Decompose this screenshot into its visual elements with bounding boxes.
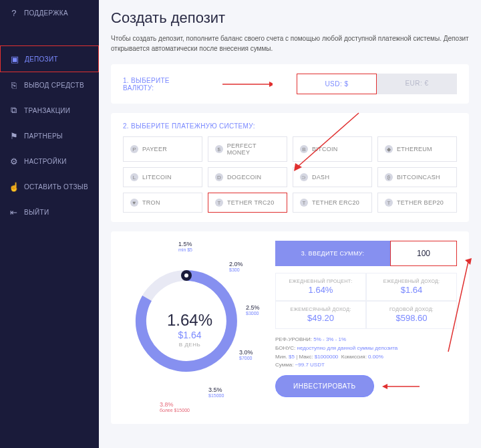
payment-icon: D — [215, 173, 223, 181]
payment-icon: T — [215, 199, 223, 207]
payment-icon: B — [300, 145, 308, 153]
payment-label: TETHER ERC20 — [312, 199, 359, 206]
svg-marker-1 — [269, 82, 273, 87]
sidebar: ?ПОДДЕРЖКА ▣ДЕПОЗИТ ⎘ВЫВОД СРЕДСТВ ⧉ТРАН… — [0, 0, 99, 448]
page-title: Создать депозит — [111, 0, 469, 33]
settings-icon: ⚙ — [9, 156, 19, 166]
meta-info: РЕФ-УРОВНИ: 5% - 3% - 1% БОНУС: недоступ… — [275, 336, 457, 370]
payment-label: TRON — [142, 199, 160, 206]
dial-amount: $1.64 — [123, 330, 257, 340]
main-content: Создать депозит Чтобы создать депозит, п… — [99, 0, 481, 448]
payment-option-bitcoin[interactable]: BBITCOIN — [293, 136, 372, 162]
payment-label: LITECOIN — [142, 174, 172, 181]
step1-card: 1. ВЫБЕРИТЕ ВАЛЮТУ: USD: $ EUR: € — [111, 64, 469, 104]
payment-icon: ♥ — [130, 199, 138, 207]
payment-label: ETHEREUM — [397, 146, 432, 152]
svg-marker-10 — [382, 384, 387, 389]
sidebar-item-logout[interactable]: ⇤ВЫЙТИ — [0, 199, 99, 225]
payment-label: PERFECT MONEY — [227, 142, 280, 156]
tick-25: 2.5%$3000 — [246, 304, 260, 316]
page-intro: Чтобы создать депозит, пополните баланс … — [111, 33, 469, 53]
payment-icon: T — [385, 199, 393, 207]
info-column: 3. ВВЕДИТЕ СУММУ: 100 ЕЖЕДНЕВНЫЙ ПРОЦЕНТ… — [275, 241, 457, 415]
stats-grid: ЕЖЕДНЕВНЫЙ ПРОЦЕНТ:1.64% ЕЖЕДНЕВНЫЙ ДОХО… — [275, 273, 457, 329]
sidebar-item-settings[interactable]: ⚙НАСТРОЙКИ — [0, 148, 99, 174]
sidebar-item-support[interactable]: ?ПОДДЕРЖКА — [0, 0, 99, 25]
payment-label: TETHER TRC20 — [227, 199, 274, 206]
withdraw-icon: ⎘ — [9, 80, 19, 90]
step2-label: 2. ВЫБЕРИТЕ ПЛАТЕЖНУЮ СИСТЕМУ: — [123, 122, 457, 130]
payment-option-perfect-money[interactable]: $PERFECT MONEY — [208, 136, 287, 162]
sidebar-item-label: ДЕПОЗИТ — [25, 55, 58, 63]
payment-icon: ⊃ — [300, 173, 308, 181]
sidebar-item-label: ВЫЙТИ — [24, 209, 49, 216]
tick-15: 1.5%min $5 — [178, 241, 192, 252]
stat-monthly-income: ЕЖЕМЕСЯЧНЫЙ ДОХОД:$49.20 — [275, 301, 366, 329]
annotation-arrow-4 — [381, 382, 421, 391]
stat-yearly-income: ГОДОВОЙ ДОХОД:$598.60 — [366, 301, 457, 329]
sidebar-item-label: ПАРТНЕРЫ — [24, 132, 63, 140]
tick-30: 3.0%$7000 — [239, 349, 253, 360]
step3-card: 1.64% $1.64 В ДЕНЬ 1.5%min $5 2.0%$300 2… — [111, 231, 469, 424]
sidebar-item-label: НАСТРОЙКИ — [24, 158, 67, 165]
payment-label: BITCOIN — [312, 146, 338, 152]
payment-icon: L — [130, 173, 138, 181]
payment-option-payeer[interactable]: PPAYEER — [123, 136, 202, 162]
sidebar-item-label: ВЫВОД СРЕДСТВ — [24, 82, 84, 89]
payment-icon: P — [130, 145, 138, 153]
sidebar-item-withdraw[interactable]: ⎘ВЫВОД СРЕДСТВ — [0, 72, 99, 98]
deposit-icon: ▣ — [10, 54, 19, 64]
payment-option-ethereum[interactable]: ◆ETHEREUM — [377, 136, 457, 162]
sidebar-item-deposit[interactable]: ▣ДЕПОЗИТ — [0, 45, 99, 72]
partners-icon: ⚑ — [9, 131, 19, 140]
dial-center: 1.64% $1.64 В ДЕНЬ — [123, 311, 257, 348]
stat-daily-income: ЕЖЕДНЕВНЫЙ ДОХОД:$1.64 — [366, 273, 457, 301]
payment-label: DOGECOIN — [227, 174, 261, 181]
step1-label: 1. ВЫБЕРИТЕ ВАЛЮТУ: — [123, 77, 198, 92]
payment-label: PAYEER — [142, 146, 167, 152]
svg-point-6 — [184, 273, 188, 277]
payment-label: TETHER BEP20 — [397, 199, 444, 206]
dial-perday: В ДЕНЬ — [123, 342, 257, 348]
stat-daily-pct: ЕЖЕДНЕВНЫЙ ПРОЦЕНТ:1.64% — [275, 273, 366, 301]
payment-option-tether-trc20[interactable]: TTETHER TRC20 — [208, 193, 287, 213]
annotation-arrow-1 — [222, 80, 273, 89]
payment-icon: ₿ — [385, 173, 393, 181]
step2-card: 2. ВЫБЕРИТЕ ПЛАТЕЖНУЮ СИСТЕМУ: PPAYEER$P… — [111, 113, 469, 222]
payment-option-litecoin[interactable]: LLITECOIN — [123, 167, 202, 187]
payment-label: DASH — [312, 174, 329, 181]
sidebar-item-label: ТРАНЗАКЦИИ — [24, 107, 70, 114]
sidebar-item-review[interactable]: ☝ОСТАВИТЬ ОТЗЫВ — [0, 174, 99, 199]
payment-option-tron[interactable]: ♥TRON — [123, 193, 202, 213]
invest-button[interactable]: ИНВЕСТИРОВАТЬ — [275, 375, 374, 397]
dial: 1.64% $1.64 В ДЕНЬ 1.5%min $5 2.0%$300 2… — [123, 241, 263, 415]
logout-icon: ⇤ — [9, 207, 19, 217]
currency-eur-button[interactable]: EUR: € — [377, 74, 457, 94]
support-icon: ? — [9, 8, 19, 17]
payment-option-tether-erc20[interactable]: TTETHER ERC20 — [293, 193, 372, 213]
payment-option-bitcoincash[interactable]: ₿BITCOINCASH — [377, 167, 457, 187]
currency-row: USD: $ EUR: € — [297, 74, 457, 94]
amount-input[interactable]: 100 — [390, 241, 457, 266]
transactions-icon: ⧉ — [9, 106, 19, 115]
sidebar-item-label: ПОДДЕРЖКА — [24, 9, 68, 17]
payment-option-tether-bep20[interactable]: TTETHER BEP20 — [377, 193, 457, 213]
payment-icon: T — [300, 199, 308, 207]
sidebar-item-label: ОСТАВИТЬ ОТЗЫВ — [24, 183, 88, 191]
payment-icon: ◆ — [385, 145, 393, 153]
sidebar-item-partners[interactable]: ⚑ПАРТНЕРЫ — [0, 123, 99, 148]
amount-row: 3. ВВЕДИТЕ СУММУ: 100 — [275, 241, 457, 266]
payment-option-dogecoin[interactable]: DDOGECOIN — [208, 167, 287, 187]
currency-usd-button[interactable]: USD: $ — [297, 74, 377, 94]
payment-grid: PPAYEER$PERFECT MONEYBBITCOIN◆ETHEREUMLL… — [123, 136, 457, 213]
step3-label: 3. ВВЕДИТЕ СУММУ: — [275, 241, 390, 266]
review-icon: ☝ — [9, 182, 19, 191]
tick-20: 2.0%$300 — [229, 261, 243, 272]
payment-option-dash[interactable]: ⊃DASH — [293, 167, 372, 187]
tick-38: 3.8%более $15000 — [160, 401, 190, 413]
svg-marker-8 — [465, 258, 472, 265]
payment-icon: $ — [215, 145, 223, 153]
sidebar-item-transactions[interactable]: ⧉ТРАНЗАКЦИИ — [0, 98, 99, 123]
tick-35: 3.5%$15000 — [208, 386, 224, 398]
payment-label: BITCOINCASH — [397, 174, 440, 181]
